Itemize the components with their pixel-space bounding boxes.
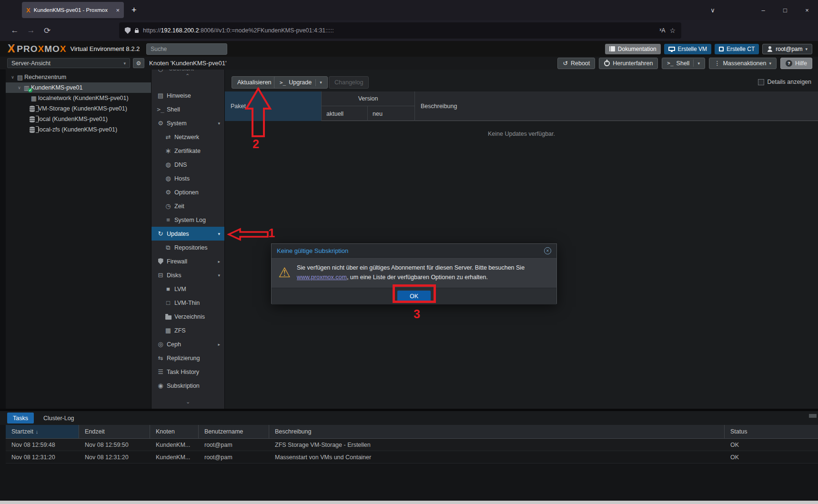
tree-settings-gear-button[interactable]: ⚙	[133, 58, 144, 68]
menu-item-replizierung[interactable]: ⇆Replizierung	[151, 351, 224, 365]
menu-item-lvm-thin[interactable]: □LVM-Thin	[151, 296, 224, 310]
bulk-actions-button[interactable]: ⋮Massenaktionen▾	[709, 58, 777, 69]
menu-item-disks[interactable]: ⊟Disks▾	[151, 268, 224, 282]
changelog-button[interactable]: Changelog	[329, 76, 369, 89]
user-menu-button[interactable]: root@pam▾	[762, 44, 812, 54]
menu-item-label: Ceph	[167, 341, 181, 348]
menu-item-subskription[interactable]: ◉Subskription	[151, 379, 224, 393]
create-ct-button[interactable]: Erstelle CT	[715, 44, 759, 54]
create-vm-button[interactable]: Erstelle VM	[664, 44, 711, 54]
view-selector[interactable]: Server-Ansicht ▾	[7, 58, 130, 68]
column-header-beschreibung[interactable]: Beschreibung	[269, 425, 725, 438]
chevron-down-icon: ▾	[805, 47, 808, 51]
tree-item-node[interactable]: ∨ ▥✓ KundenKMS-pve01	[6, 82, 151, 93]
shell-button[interactable]: >_Shell▾	[662, 58, 705, 69]
list-icon: ≡	[164, 216, 172, 223]
tab-tasks[interactable]: Tasks	[7, 413, 34, 423]
menu-item-uebersicht[interactable]: ◷ Übersicht ⌃	[151, 70, 224, 89]
menu-item-label: Repositories	[174, 244, 207, 251]
menu-item-firewall[interactable]: Firewall▸	[151, 254, 224, 268]
new-tab-button[interactable]: +	[131, 5, 137, 15]
tracking-protection-shield-icon[interactable]	[125, 27, 131, 34]
checkbox-icon[interactable]	[758, 79, 764, 85]
scroll-down-chevron-icon[interactable]: ⌄	[151, 399, 224, 405]
tree-item-local[interactable]: local (KundenKMS-pve01)	[6, 114, 151, 124]
dialog-message: Sie verfügen nicht über ein gültiges Abo…	[297, 263, 548, 282]
tree-item-localnetwork[interactable]: ▦ localnetwork (KundenKMS-pve01)	[6, 93, 151, 103]
menu-item-zeit[interactable]: ◷Zeit	[151, 199, 224, 213]
menu-item-zfs[interactable]: ▦ZFS	[151, 323, 224, 337]
task-row[interactable]: Nov 08 12:59:48 Nov 08 12:59:50 KundenKM…	[6, 439, 818, 451]
column-header-startzeit[interactable]: Startzeit↓	[6, 425, 79, 438]
shutdown-button[interactable]: Herunterfahren	[599, 58, 658, 69]
url-host: 192.168.200.2	[161, 27, 199, 34]
tree-item-vm-storage[interactable]: VM-Storage (KundenKMS-pve01)	[6, 103, 151, 114]
tab-cluster-log[interactable]: Cluster-Log	[38, 413, 80, 423]
menu-item-netzwerk[interactable]: ⇄Netzwerk	[151, 130, 224, 144]
back-button[interactable]: ←	[7, 26, 23, 35]
menu-item-optionen[interactable]: ⚙Optionen	[151, 185, 224, 199]
menu-item-verzeichnis[interactable]: Verzeichnis	[151, 310, 224, 323]
menu-item-ceph[interactable]: ◎Ceph▸	[151, 337, 224, 351]
scroll-up-chevron-icon[interactable]: ⌃	[151, 73, 224, 79]
node-menu: ◷ Übersicht ⌃ ▤Hinweise >_Shell ⚙System▾…	[151, 70, 225, 409]
menu-item-hinweise[interactable]: ▤Hinweise	[151, 89, 224, 102]
note-icon: ▤	[156, 92, 165, 99]
translate-icon[interactable]: ˣA	[659, 27, 665, 34]
column-header-endzeit[interactable]: Endzeit	[79, 425, 150, 438]
forward-button[interactable]: →	[23, 26, 39, 35]
close-window-button[interactable]: ×	[796, 7, 818, 14]
scrollbar-handle[interactable]	[809, 414, 817, 418]
reload-button[interactable]: ⟳	[39, 26, 55, 36]
menu-item-hosts[interactable]: ◍Hosts	[151, 171, 224, 185]
dialog-title-bar[interactable]: Keine gültige Subskription ×	[272, 244, 556, 258]
chevron-expanded-icon[interactable]: ∨	[16, 85, 22, 90]
menu-item-repositories[interactable]: ⧉Repositories	[151, 241, 224, 254]
maximize-button[interactable]: □	[774, 7, 796, 14]
upgrade-button[interactable]: >_Upgrade▾	[274, 76, 328, 89]
tasks-panel: Tasks Cluster-Log Startzeit↓ Endzeit Kno…	[0, 411, 818, 504]
minimize-button[interactable]: –	[752, 7, 774, 14]
message-text: Sie verfügen nicht über ein gültiges Abo…	[297, 264, 525, 271]
documentation-button[interactable]: Dokumentation	[605, 44, 661, 54]
proxmox-link[interactable]: www.proxmox.com	[297, 274, 347, 281]
chevron-right-icon: ▸	[218, 259, 220, 264]
show-details-checkbox[interactable]: Details anzeigen	[758, 79, 811, 85]
column-header-knoten[interactable]: Knoten	[150, 425, 199, 438]
reboot-button[interactable]: ↺Reboot	[557, 58, 595, 69]
menu-item-zertifikate[interactable]: ∗Zertifikate	[151, 144, 224, 158]
browser-tab[interactable]: X KundenKMS-pve01 - Proxmox ×	[22, 2, 124, 18]
annotation-arrow-2	[243, 87, 273, 138]
search-input[interactable]	[146, 43, 227, 55]
lock-icon[interactable]	[135, 30, 139, 33]
menu-item-shell[interactable]: >_Shell	[151, 102, 224, 116]
menu-item-system[interactable]: ⚙System▾	[151, 116, 224, 130]
chevron-expanded-icon[interactable]: ∨	[10, 75, 16, 80]
column-header-beschreibung[interactable]: Beschreibung	[415, 91, 818, 121]
browser-nav-bar: ← → ⟳ https://192.168.200.2:8006/#v1:0:=…	[0, 20, 818, 41]
menu-item-task-history[interactable]: ☰Task History	[151, 365, 224, 379]
proxmox-favicon-icon: X	[26, 7, 30, 14]
updates-table-header: Paket Version aktuell neu Beschreibung	[225, 91, 818, 121]
bookmark-star-icon[interactable]: ☆	[669, 27, 676, 34]
tab-close-icon[interactable]: ×	[116, 7, 120, 14]
menu-item-updates[interactable]: ↻Updates▾	[151, 227, 224, 241]
task-row[interactable]: Nov 08 12:31:20 Nov 08 12:31:20 KundenKM…	[6, 451, 818, 464]
menu-item-label: Subskription	[167, 383, 200, 389]
dialog-close-icon[interactable]: ×	[544, 247, 551, 254]
column-header-neu[interactable]: neu	[368, 106, 415, 121]
menu-item-lvm[interactable]: ■LVM	[151, 282, 224, 296]
column-header-benutzername[interactable]: Benutzername	[199, 425, 269, 438]
column-header-aktuell[interactable]: aktuell	[322, 106, 368, 121]
tab-list-chevron-icon[interactable]: ∨	[702, 7, 724, 14]
chevron-down-icon: ▾	[320, 80, 322, 85]
menu-item-system-log[interactable]: ≡System Log	[151, 213, 224, 227]
tree-item-local-zfs[interactable]: local-zfs (KundenKMS-pve01)	[6, 124, 151, 135]
tree-item-datacenter[interactable]: ∨ ▤ Rechenzentrum	[6, 72, 151, 82]
menu-item-dns[interactable]: ◍DNS	[151, 158, 224, 171]
chevron-down-icon: ▾	[123, 61, 126, 66]
column-header-status[interactable]: Status	[725, 425, 812, 438]
url-bar[interactable]: https://192.168.200.2:8006/#v1:0:=node%2…	[119, 22, 681, 39]
menu-item-label: Übersicht	[169, 70, 194, 72]
help-button[interactable]: ?Hilfe	[780, 58, 812, 69]
